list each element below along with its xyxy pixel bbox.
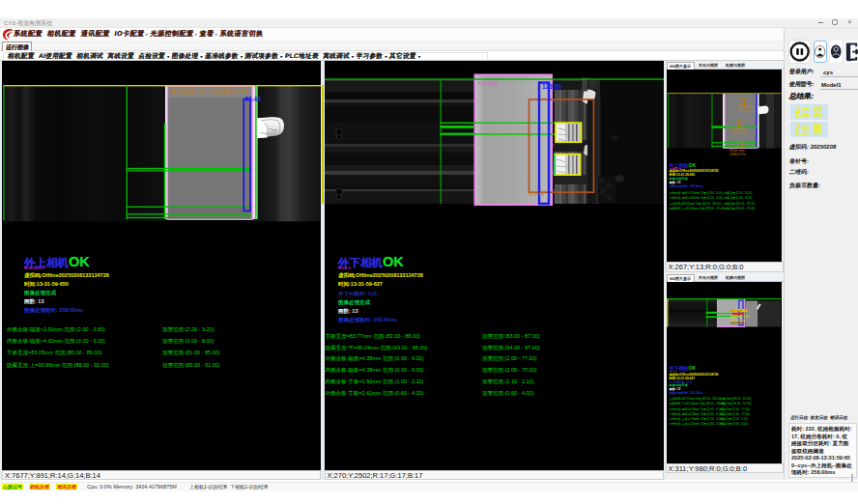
svg-text:静态阈值:93: 静态阈值:93 [730, 309, 747, 313]
svg-text:53.48: 53.48 [245, 96, 262, 102]
svg-text:123.80 mm: 123.80 mm [730, 318, 746, 322]
svg-text:1834.6 Pix: 1834.6 Pix [729, 153, 746, 156]
svg-text:2048.1 Pix: 2048.1 Pix [731, 131, 748, 135]
svg-text:123.4 Pix: 123.4 Pix [737, 109, 752, 113]
svg-text:AI检测框: AI检测框 [477, 80, 499, 87]
svg-text:45.6 7.8: 45.6 7.8 [529, 192, 545, 197]
svg-text:静态阈值:93, 动态阈值:100: 静态阈值:93, 动态阈值:100 [171, 88, 249, 96]
svg-text:123.80: 123.80 [542, 83, 561, 90]
